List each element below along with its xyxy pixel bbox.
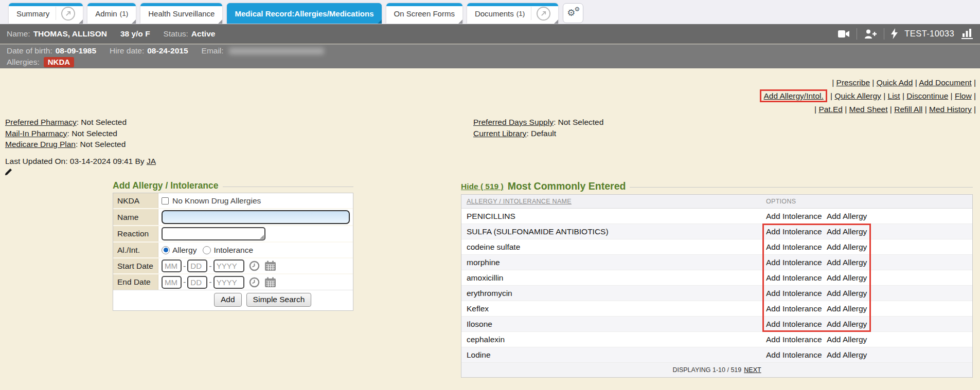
action-link-med-sheet[interactable]: Med Sheet [849, 105, 888, 114]
option-link-add-intolerance[interactable]: Add Intolerance [766, 304, 824, 313]
edit-pencil-icon[interactable] [5, 168, 13, 178]
end-month-input[interactable] [162, 276, 182, 289]
end-day-input[interactable] [187, 276, 207, 289]
calendar-icon[interactable] [264, 261, 276, 271]
option-link-add-intolerance[interactable]: Add Intolerance [766, 212, 824, 220]
popout-arrow-icon[interactable] [537, 7, 550, 21]
settings-button[interactable]: ⚙⚙ [563, 3, 583, 23]
nkda-checkbox[interactable] [162, 197, 169, 205]
start-year-input[interactable] [213, 259, 244, 272]
popout-arrow-icon[interactable] [61, 7, 75, 21]
option-link-add-allergy[interactable]: Add Allergy [827, 258, 867, 267]
tab-admin[interactable]: Admin(1) [87, 3, 136, 24]
info-link-preferred-pharmacy[interactable]: Preferred Pharmacy [5, 118, 77, 126]
divider [884, 28, 884, 40]
hide-count-link[interactable]: Hide ( 519 ) [461, 182, 504, 191]
action-link-discontinue[interactable]: Discontinue [906, 91, 948, 100]
option-link-add-intolerance[interactable]: Add Intolerance [766, 227, 824, 236]
reaction-input[interactable] [162, 227, 265, 240]
allergy-name-cell: erythromycin [461, 289, 766, 298]
options-cell: Add Intolerance Add Allergy [766, 335, 972, 344]
action-link-refill-all[interactable]: Refill All [894, 105, 922, 114]
sort-allergy-name-header[interactable]: ALLERGY / INTOLERANCE NAME [467, 198, 572, 205]
tab-summary[interactable]: Summary [9, 3, 83, 24]
start-day-input[interactable] [187, 259, 207, 272]
tab-health-surveillance[interactable]: Health Surveillance [140, 3, 222, 24]
form-row-end-date: End Date - - [113, 274, 353, 290]
info-link-medicare-drug-plan[interactable]: Medicare Drug Plan [5, 140, 76, 148]
action-link-add-document[interactable]: Add Document [919, 78, 972, 87]
end-year-input[interactable] [213, 276, 244, 289]
action-link-list[interactable]: List [888, 91, 900, 100]
option-link-add-allergy[interactable]: Add Allergy [827, 304, 867, 313]
option-link-add-allergy[interactable]: Add Allergy [827, 273, 867, 282]
nkda-allergy-badge[interactable]: NKDA [44, 57, 74, 67]
option-link-add-intolerance[interactable]: Add Intolerance [766, 258, 824, 267]
allergy-radio[interactable] [162, 246, 170, 254]
clock-icon[interactable] [249, 261, 260, 271]
start-month-input[interactable] [162, 259, 182, 272]
calendar-icon[interactable] [264, 277, 276, 288]
table-row: IlosoneAdd Intolerance Add Allergy [461, 317, 972, 332]
tab-documents[interactable]: Documents(1) [467, 3, 558, 24]
action-link-prescribe[interactable]: Prescribe [836, 78, 870, 87]
info-line: Preferred Days Supply: Not Selected [473, 117, 603, 128]
option-link-add-allergy[interactable]: Add Allergy [827, 243, 867, 251]
hire-date-value: 08-24-2015 [147, 46, 188, 55]
action-link-pat-ed[interactable]: Pat.Ed [818, 105, 843, 114]
reaction-row-label: Reaction [113, 226, 158, 242]
option-link-add-intolerance[interactable]: Add Intolerance [766, 289, 824, 298]
lightning-icon[interactable] [891, 28, 898, 39]
option-link-add-allergy[interactable]: Add Allergy [827, 350, 867, 359]
chart-stats-icon[interactable] [961, 28, 973, 39]
tab-on-screen-forms[interactable]: On Screen Forms [386, 3, 462, 24]
medication-action-links: | Prescribe | Quick Add | Add Document |… [759, 77, 976, 116]
simple-search-button[interactable]: Simple Search [246, 293, 312, 307]
link-separator: | [828, 91, 835, 100]
option-link-add-allergy[interactable]: Add Allergy [827, 212, 867, 220]
nkda-checkbox-label: No Known Drug Allergies [172, 196, 261, 206]
option-link-add-allergy[interactable]: Add Allergy [827, 335, 867, 344]
action-link-quick-allergy[interactable]: Quick Allergy [834, 91, 881, 100]
tab-label: Health Surveillance [148, 9, 215, 18]
option-link-add-intolerance[interactable]: Add Intolerance [766, 335, 824, 344]
link-separator: | [843, 105, 849, 114]
link-separator: | [888, 105, 895, 114]
option-link-add-intolerance[interactable]: Add Intolerance [766, 350, 824, 359]
clock-icon[interactable] [249, 277, 260, 288]
options-cell: Add Intolerance Add Allergy [766, 212, 972, 221]
tab-bar: SummaryAdmin(1)Health SurveillanceMedica… [0, 0, 980, 24]
allergy-name-input[interactable] [162, 210, 350, 224]
date-separator: - [209, 262, 211, 271]
info-link-current-library[interactable]: Current Library [473, 129, 526, 138]
allergy-name-cell: cephalexin [461, 335, 766, 344]
video-camera-icon[interactable] [838, 29, 850, 39]
next-page-link[interactable]: NEXT [744, 366, 761, 374]
action-link-flow[interactable]: Flow [955, 91, 972, 100]
info-link-mail-in-pharmacy[interactable]: Mail-In Pharmacy [5, 129, 67, 138]
add-button[interactable]: Add [214, 293, 242, 307]
dob-label: Date of birth: [7, 46, 52, 55]
option-link-add-allergy[interactable]: Add Allergy [827, 289, 867, 298]
action-link-med-history[interactable]: Med History [929, 105, 972, 114]
action-link-quick-add[interactable]: Quick Add [877, 78, 913, 87]
last-updated-text: Last Updated On: 03-14-2024 09:41 By [5, 157, 145, 165]
email-value-redacted [229, 48, 324, 54]
info-link-preferred-days-supply[interactable]: Preferred Days Supply [473, 118, 554, 126]
option-link-add-intolerance[interactable]: Add Intolerance [766, 243, 824, 251]
last-updated-user-link[interactable]: JA [147, 157, 156, 165]
action-link-add-allergy-intol-[interactable]: Add Allergy/Intol. [760, 89, 827, 102]
add-person-icon[interactable] [864, 29, 877, 39]
options-cell: Add Intolerance Add Allergy [766, 227, 972, 236]
intolerance-radio[interactable] [203, 246, 211, 254]
options-cell: Add Intolerance Add Allergy [766, 320, 972, 329]
option-link-add-intolerance[interactable]: Add Intolerance [766, 320, 824, 328]
allergy-name-cell: PENICILLINS [461, 212, 766, 221]
option-link-add-intolerance[interactable]: Add Intolerance [766, 273, 824, 282]
record-id: TEST-10033 [904, 29, 954, 39]
link-separator: | [922, 105, 929, 114]
tab-medical-record-allergies-medications[interactable]: Medical Record:Allergies/Medications [227, 3, 381, 24]
option-link-add-allergy[interactable]: Add Allergy [827, 227, 867, 236]
link-separator: | [832, 78, 836, 87]
option-link-add-allergy[interactable]: Add Allergy [827, 320, 867, 328]
